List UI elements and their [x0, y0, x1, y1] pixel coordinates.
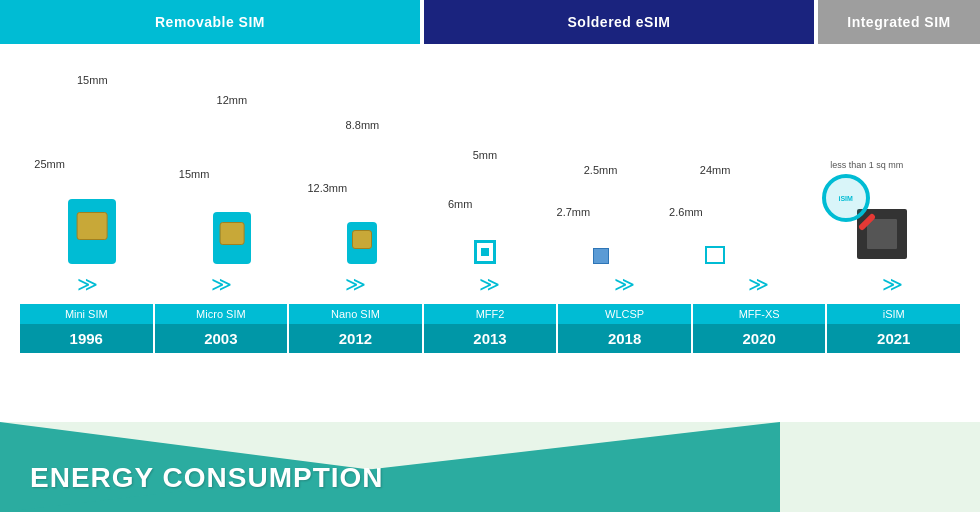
arrow-wlcsp: ≫	[614, 274, 635, 294]
timeline-isim: iSIM 2021	[827, 304, 960, 364]
timeline-mini: Mini SIM 1996	[20, 304, 153, 364]
timeline-mff2-name: MFF2	[424, 304, 557, 324]
timeline-isim-year: 2021	[827, 324, 960, 353]
arrow-mini: ≫	[77, 274, 98, 294]
mff2-chip	[474, 240, 496, 264]
timeline-micro-year: 2003	[155, 324, 288, 353]
arrow-mff2: ≫	[479, 274, 500, 294]
sim-item-mff2: 5mm 6mm	[474, 64, 496, 264]
wlcsp-width-label: 2.5mm	[584, 164, 618, 176]
timeline-micro: Micro SIM 2003	[155, 304, 288, 364]
timeline-mffxs-year: 2020	[693, 324, 826, 353]
timeline-mini-year: 1996	[20, 324, 153, 353]
timeline-row: Mini SIM 1996 Micro SIM 2003 Nano SIM 20…	[20, 304, 960, 364]
micro-sim-card	[213, 212, 251, 264]
energy-section: ENERGY CONSUMPTION	[0, 422, 980, 512]
timeline-mini-name: Mini SIM	[20, 304, 153, 324]
nano-sim-card	[347, 222, 377, 264]
timeline-micro-name: Micro SIM	[155, 304, 288, 324]
isim-note-label: less than 1 sq mm	[830, 160, 903, 170]
header-row: Removable SIM Soldered eSIM Integrated S…	[0, 0, 980, 44]
sim-item-wlcsp: 2.5mm 2.7mm	[593, 64, 609, 264]
arrow-isim: ≫	[882, 274, 903, 294]
mini-sim-card	[68, 199, 116, 264]
isim-chip-bg	[857, 209, 907, 259]
timeline-wlcsp: WLCSP 2018	[558, 304, 691, 364]
energy-label: ENERGY CONSUMPTION	[30, 462, 384, 494]
arrow-nano: ≫	[345, 274, 366, 294]
sim-item-mffxs: 24mm 2.6mm	[705, 64, 725, 264]
mff2-width-label: 5mm	[473, 149, 497, 161]
isim-chip-inner	[867, 219, 897, 249]
sim-item-micro: 12mm 15mm	[213, 64, 251, 264]
sim-item-mini: 15mm 25mm	[68, 64, 116, 264]
mini-width-label: 15mm	[77, 74, 108, 86]
timeline-mffxs: MFF-XS 2020	[693, 304, 826, 364]
sim-visuals-row: 15mm 25mm 12mm 15mm 8.8mm 12.3mm 5mm 6mm…	[0, 44, 980, 264]
timeline-mff2: MFF2 2013	[424, 304, 557, 364]
mffxs-width-label: 24mm	[700, 164, 731, 176]
magnifier-circle: iSIM	[822, 174, 870, 222]
arrow-row: ≫ ≫ ≫ ≫ ≫ ≫ ≫	[0, 264, 980, 304]
micro-height-label: 15mm	[179, 168, 210, 180]
soldered-esim-label: Soldered eSIM	[568, 14, 671, 30]
isim-visual: iSIM	[822, 174, 912, 264]
mffxs-chip	[705, 246, 725, 264]
arrow-micro: ≫	[211, 274, 232, 294]
timeline-mff2-year: 2013	[424, 324, 557, 353]
timeline-wlcsp-year: 2018	[558, 324, 691, 353]
timeline-nano: Nano SIM 2012	[289, 304, 422, 364]
isim-inner-label: iSIM	[838, 195, 852, 202]
integrated-sim-label: Integrated SIM	[847, 14, 950, 30]
removable-sim-label: Removable SIM	[155, 14, 265, 30]
micro-width-label: 12mm	[217, 94, 248, 106]
sim-item-isim: less than 1 sq mm iSIM	[822, 64, 912, 264]
mffxs-height-label: 2.6mm	[669, 206, 703, 218]
timeline-nano-year: 2012	[289, 324, 422, 353]
wlcsp-height-label: 2.7mm	[557, 206, 591, 218]
mff2-height-label: 6mm	[448, 198, 472, 210]
timeline-mffxs-name: MFF-XS	[693, 304, 826, 324]
main-area: 15mm 25mm 12mm 15mm 8.8mm 12.3mm 5mm 6mm…	[0, 44, 980, 384]
header-removable: Removable SIM	[0, 0, 420, 44]
timeline-wlcsp-name: WLCSP	[558, 304, 691, 324]
wlcsp-chip	[593, 248, 609, 264]
mini-height-label: 25mm	[34, 158, 65, 170]
nano-height-label: 12.3mm	[307, 182, 347, 194]
header-integrated: Integrated SIM	[818, 0, 980, 44]
sim-item-nano: 8.8mm 12.3mm	[347, 64, 377, 264]
timeline-isim-name: iSIM	[827, 304, 960, 324]
timeline-nano-name: Nano SIM	[289, 304, 422, 324]
arrow-mffxs: ≫	[748, 274, 769, 294]
header-soldered: Soldered eSIM	[424, 0, 814, 44]
nano-width-label: 8.8mm	[346, 119, 380, 131]
